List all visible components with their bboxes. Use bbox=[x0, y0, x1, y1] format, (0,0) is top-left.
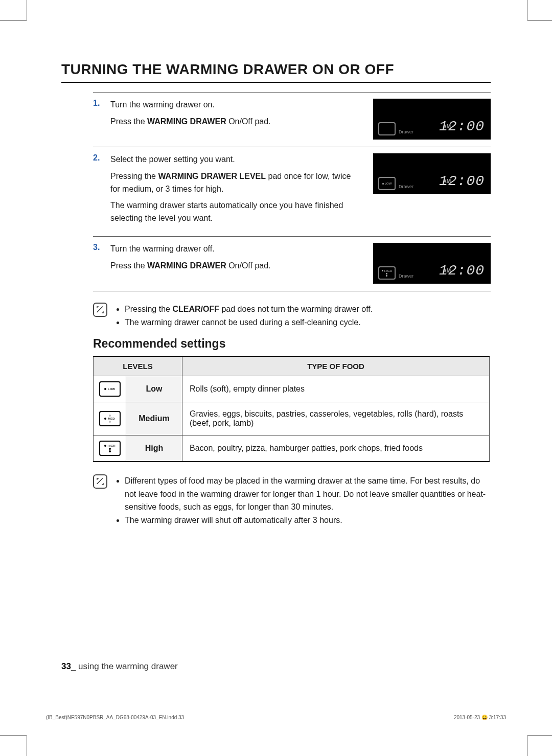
note-item: Different types of food may be placed in… bbox=[125, 474, 491, 514]
step-body: Turn the warming drawer off.Press the WA… bbox=[110, 243, 359, 284]
level-badge-icon: LOW bbox=[378, 177, 396, 190]
level-badge-icon: HIGH bbox=[378, 266, 396, 280]
drawer-label: Drawer bbox=[399, 184, 413, 189]
clock-display: 12:00 bbox=[439, 119, 485, 134]
drawer-label: Drawer bbox=[399, 273, 413, 279]
footer-section: using the warming drawer bbox=[78, 661, 178, 671]
note-icon bbox=[93, 474, 107, 489]
recommended-settings-table: LEVELS TYPE OF FOOD LOWLowRolls (soft), … bbox=[93, 356, 490, 462]
level-icon-cell: LOW bbox=[94, 376, 126, 402]
note-item: The warming drawer cannot be used during… bbox=[125, 316, 373, 329]
note-icon bbox=[93, 303, 107, 317]
step: 3.Turn the warming drawer off.Press the … bbox=[93, 236, 491, 291]
level-label-cell: Low bbox=[126, 376, 182, 402]
level-icon-cell: HIGH bbox=[94, 436, 126, 462]
crop-mark bbox=[0, 20, 27, 21]
step-text: The warming drawer starts automatically … bbox=[110, 199, 359, 225]
table-row: LOWLowRolls (soft), empty dinner plates bbox=[94, 376, 490, 402]
crop-mark bbox=[527, 735, 552, 736]
level-icon: MED bbox=[99, 411, 121, 426]
step-text: Turn the warming drawer off. bbox=[110, 243, 359, 256]
step: 1.Turn the warming drawer on.Press the W… bbox=[93, 92, 491, 147]
level-icon-cell: MED bbox=[94, 402, 126, 436]
step-number: 2. bbox=[93, 153, 101, 229]
note-list: Different types of food may be placed in… bbox=[114, 474, 491, 526]
clock-display: 12:00 bbox=[439, 173, 485, 189]
step-body: Turn the warming drawer on.Press the WAR… bbox=[110, 99, 359, 140]
step-text: Press the WARMING DRAWER On/Off pad. bbox=[110, 260, 359, 272]
table-head-levels: LEVELS bbox=[94, 356, 182, 376]
step: 2.Select the power setting you want.Pres… bbox=[93, 147, 491, 236]
level-badge-icon bbox=[378, 122, 396, 135]
step-body: Select the power setting you want.Pressi… bbox=[110, 153, 359, 229]
note-item: Pressing the CLEAR/OFF pad does not turn… bbox=[125, 303, 373, 316]
food-cell: Rolls (soft), empty dinner plates bbox=[182, 376, 490, 402]
table-head-food: TYPE OF FOOD bbox=[182, 356, 490, 376]
crop-mark bbox=[0, 735, 27, 736]
oven-display: HIGHDrawerAM12:00 bbox=[373, 243, 491, 284]
clock-display: 12:00 bbox=[439, 263, 485, 279]
page-title: TURNING THE WARMING DRAWER ON OR OFF bbox=[61, 61, 491, 83]
note-block-2: Different types of food may be placed in… bbox=[61, 474, 491, 526]
steps-list: 1.Turn the warming drawer on.Press the W… bbox=[61, 92, 491, 291]
step-number: 3. bbox=[93, 243, 101, 284]
note-list: Pressing the CLEAR/OFF pad does not turn… bbox=[114, 303, 373, 329]
crop-mark bbox=[527, 736, 527, 756]
crop-mark bbox=[527, 20, 552, 21]
table-row: MEDMediumGravies, eggs, biscuits, pastri… bbox=[94, 402, 490, 436]
drawer-label: Drawer bbox=[399, 129, 413, 134]
oven-display: DrawerAM12:00 bbox=[373, 99, 491, 140]
food-cell: Gravies, eggs, biscuits, pastries, casse… bbox=[182, 402, 490, 436]
level-label-cell: Medium bbox=[126, 402, 182, 436]
print-file: (IB_Best)NE597N0PBSR_AA_DG68-00429A-03_E… bbox=[46, 715, 184, 720]
oven-display: LOWDrawerAM12:00 bbox=[373, 153, 491, 194]
page-footer: 33_ using the warming drawer bbox=[61, 661, 178, 672]
print-time: 2013-05-23 😀 3:17:33 bbox=[454, 715, 506, 720]
footer-sep: _ bbox=[71, 661, 78, 671]
step-text: Select the power setting you want. bbox=[110, 153, 359, 166]
level-icon: LOW bbox=[99, 381, 121, 397]
print-metadata: (IB_Best)NE597N0PBSR_AA_DG68-00429A-03_E… bbox=[46, 715, 506, 720]
table-row: HIGHHighBacon, poultry, pizza, hamburger… bbox=[94, 436, 490, 462]
note-block-1: Pressing the CLEAR/OFF pad does not turn… bbox=[61, 303, 491, 329]
step-text: Pressing the WARMING DRAWER LEVEL pad on… bbox=[110, 170, 359, 196]
step-text: Turn the warming drawer on. bbox=[110, 99, 359, 111]
crop-mark bbox=[527, 0, 527, 20]
crop-mark bbox=[27, 0, 27, 20]
page-number: 33 bbox=[61, 661, 71, 671]
crop-mark bbox=[27, 736, 27, 756]
step-number: 1. bbox=[93, 99, 101, 140]
level-icon: HIGH bbox=[99, 441, 121, 456]
step-text: Press the WARMING DRAWER On/Off pad. bbox=[110, 116, 359, 128]
level-label-cell: High bbox=[126, 436, 182, 462]
note-item: The warming drawer will shut off automat… bbox=[125, 514, 491, 527]
food-cell: Bacon, poultry, pizza, hamburger patties… bbox=[182, 436, 490, 462]
subtitle-recommended: Recommended settings bbox=[93, 337, 491, 351]
